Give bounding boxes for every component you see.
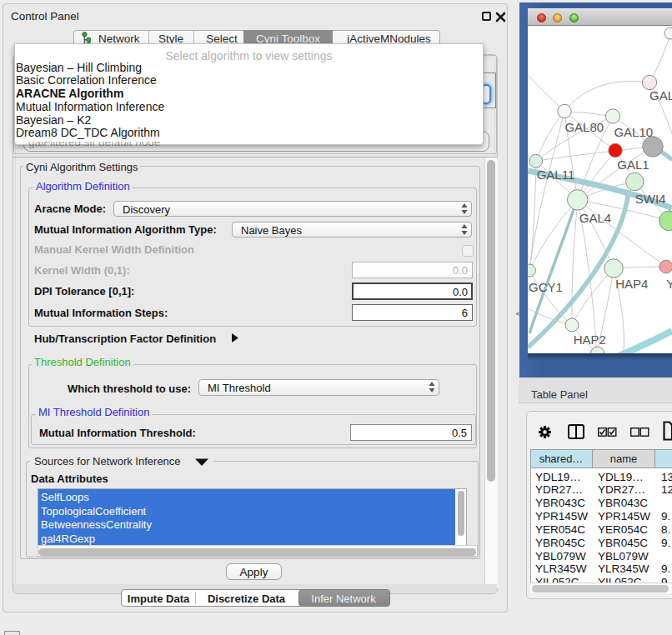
svg-text:HAP4: HAP4 — [615, 277, 648, 291]
svg-text:GAL10: GAL10 — [614, 125, 653, 139]
svg-text:GAL: GAL — [649, 88, 672, 102]
svg-text:GCY1: GCY1 — [529, 280, 563, 294]
svg-text:GAL11: GAL11 — [537, 168, 575, 182]
svg-text:GAL1: GAL1 — [617, 158, 649, 172]
svg-text:GAL80: GAL80 — [564, 120, 604, 134]
svg-text:Y: Y — [666, 277, 672, 291]
svg-text:GAL4: GAL4 — [579, 211, 611, 225]
svg-text:SWI4: SWI4 — [635, 192, 666, 206]
svg-text:HAP2: HAP2 — [574, 332, 606, 347]
